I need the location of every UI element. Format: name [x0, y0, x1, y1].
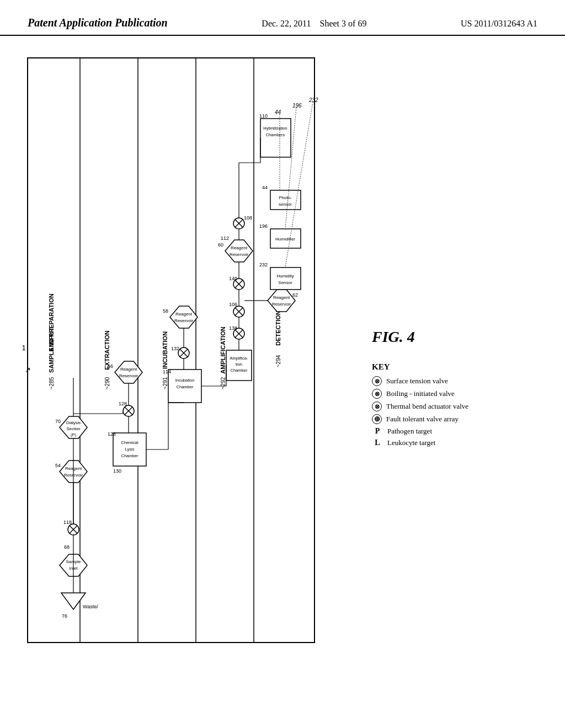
- svg-text:140: 140: [229, 276, 237, 281]
- svg-text:62: 62: [292, 292, 298, 298]
- key-title: KEY: [372, 362, 548, 372]
- svg-marker-39: [61, 593, 86, 609]
- patent-number: US 2011/0312643 A1: [461, 17, 537, 29]
- svg-text:232: 232: [259, 262, 268, 267]
- svg-text:Lysis: Lysis: [125, 447, 135, 452]
- svg-marker-83: [225, 240, 253, 262]
- svg-text:60: 60: [218, 242, 223, 248]
- svg-text:Chambers: Chambers: [266, 132, 285, 137]
- svg-text:54: 54: [55, 463, 61, 468]
- svg-text:44: 44: [275, 109, 281, 115]
- svg-text:68: 68: [64, 544, 70, 550]
- key-item-fault: ⊕ Fault tolerant valve array: [372, 414, 548, 424]
- svg-text:Incubation: Incubation: [175, 378, 195, 383]
- svg-text:110: 110: [259, 113, 268, 119]
- svg-text:Section: Section: [66, 426, 80, 431]
- svg-text:112: 112: [221, 235, 229, 241]
- pathogen-label: Pathogen target: [387, 427, 432, 436]
- svg-text:58: 58: [163, 308, 168, 314]
- thermal-label: Thermal bend actuator valve: [386, 402, 468, 411]
- surface-tension-label: Surface tension valve: [386, 377, 448, 386]
- thermal-symbol: ⊗: [372, 402, 382, 411]
- svg-text:118: 118: [63, 520, 72, 525]
- svg-text:Chamber: Chamber: [177, 384, 194, 389]
- key-item-leukocyte: L Leukocyte target: [372, 438, 548, 447]
- svg-text:132: 132: [171, 346, 179, 351]
- key-item-thermal: ⊗ Thermal bend actuator valve: [372, 402, 548, 411]
- svg-text:Reservoir: Reservoir: [230, 252, 249, 257]
- figure-label: FIG. 4: [372, 328, 548, 346]
- svg-text:Reagent: Reagent: [231, 245, 248, 250]
- svg-text:56: 56: [108, 363, 113, 369]
- svg-text:Hybridization: Hybridization: [263, 126, 287, 131]
- svg-text:Reservoir: Reservoir: [272, 302, 291, 307]
- svg-text:44: 44: [262, 185, 268, 190]
- svg-text:tion: tion: [236, 362, 242, 367]
- svg-text:~290: ~290: [104, 377, 110, 389]
- svg-text:301: 301: [22, 344, 26, 352]
- svg-text:~292: ~292: [220, 377, 226, 389]
- svg-text:(P): (P): [71, 432, 77, 437]
- svg-text:130: 130: [113, 468, 121, 474]
- patent-diagram: SAMPLE INPUT AND PREPARATION ~285 EXTRAC…: [22, 52, 342, 659]
- legend-area: FIG. 4 KEY ⊗ Surface tension valve ⊗ Boi…: [361, 52, 548, 698]
- diagram-area: SAMPLE INPUT AND PREPARATION ~285 EXTRAC…: [22, 52, 350, 698]
- svg-text:Photo-: Photo-: [279, 195, 292, 200]
- svg-text:Amplifica-: Amplifica-: [230, 356, 248, 361]
- svg-marker-106: [268, 290, 295, 312]
- main-content: SAMPLE INPUT AND PREPARATION ~285 EXTRAC…: [0, 36, 565, 709]
- svg-text:196: 196: [259, 223, 268, 229]
- svg-text:Humidifier: Humidifier: [275, 237, 295, 242]
- svg-text:106: 106: [229, 302, 237, 307]
- svg-marker-62: [170, 306, 198, 328]
- svg-text:138: 138: [229, 325, 237, 331]
- boiling-symbol: ⊗: [372, 389, 382, 399]
- key-section: KEY ⊗ Surface tension valve ⊗ Boiling - …: [372, 362, 548, 447]
- svg-text:Reagent: Reagent: [273, 295, 290, 300]
- svg-text:Dialysis: Dialysis: [66, 420, 81, 425]
- svg-text:Reagent: Reagent: [120, 367, 137, 372]
- key-item-boiling: ⊗ Boiling - initiated valve: [372, 389, 548, 399]
- fault-label: Fault tolerant valve array: [386, 415, 459, 424]
- pathogen-symbol: P: [372, 427, 383, 436]
- boiling-label: Boiling - initiated valve: [386, 389, 455, 398]
- svg-text:Sensor: Sensor: [278, 280, 292, 285]
- svg-text:114: 114: [163, 369, 171, 374]
- svg-text:Reservoir: Reservoir: [174, 318, 194, 323]
- svg-text:Chamber: Chamber: [231, 368, 248, 373]
- svg-text:~294: ~294: [275, 355, 281, 367]
- svg-text:↗: ↗: [25, 366, 31, 374]
- svg-text:AND PREPARATION: AND PREPARATION: [48, 293, 55, 351]
- svg-rect-131: [270, 267, 301, 290]
- publication-date: Dec. 22, 2011 Sheet 3 of 69: [262, 17, 366, 29]
- svg-text:70: 70: [55, 419, 61, 424]
- svg-text:Chemical: Chemical: [121, 440, 138, 445]
- leukocyte-label: Leukocyte target: [387, 438, 435, 447]
- fault-symbol: ⊕: [372, 414, 382, 424]
- svg-text:INCUBATION: INCUBATION: [162, 331, 168, 369]
- publication-title: Patent Application Publication: [28, 17, 168, 29]
- page-header: Patent Application Publication Dec. 22, …: [0, 0, 565, 36]
- svg-text:Chamber: Chamber: [121, 453, 138, 458]
- key-item-surface-tension: ⊗ Surface tension valve: [372, 376, 548, 386]
- leukocyte-symbol: L: [372, 438, 383, 447]
- svg-text:196: 196: [292, 103, 302, 109]
- surface-tension-symbol: ⊗: [372, 376, 382, 386]
- svg-rect-117: [260, 119, 291, 157]
- key-item-pathogen: P Pathogen target: [372, 427, 548, 436]
- svg-text:232: 232: [308, 97, 318, 103]
- svg-text:DETECTION: DETECTION: [275, 311, 281, 346]
- svg-text:76: 76: [62, 613, 67, 619]
- svg-text:108: 108: [244, 215, 252, 221]
- svg-text:128: 128: [119, 401, 127, 406]
- svg-text:~291: ~291: [162, 377, 168, 389]
- svg-text:Reagent: Reagent: [175, 312, 193, 317]
- svg-text:~285: ~285: [49, 377, 55, 389]
- svg-text:AMPLIFICATION: AMPLIFICATION: [220, 326, 226, 373]
- svg-text:sensor: sensor: [279, 202, 292, 207]
- svg-text:Waste/: Waste/: [83, 604, 98, 609]
- svg-text:Humidity: Humidity: [276, 274, 294, 279]
- svg-text:126: 126: [108, 431, 116, 437]
- svg-text:Reservoir: Reservoir: [119, 373, 138, 378]
